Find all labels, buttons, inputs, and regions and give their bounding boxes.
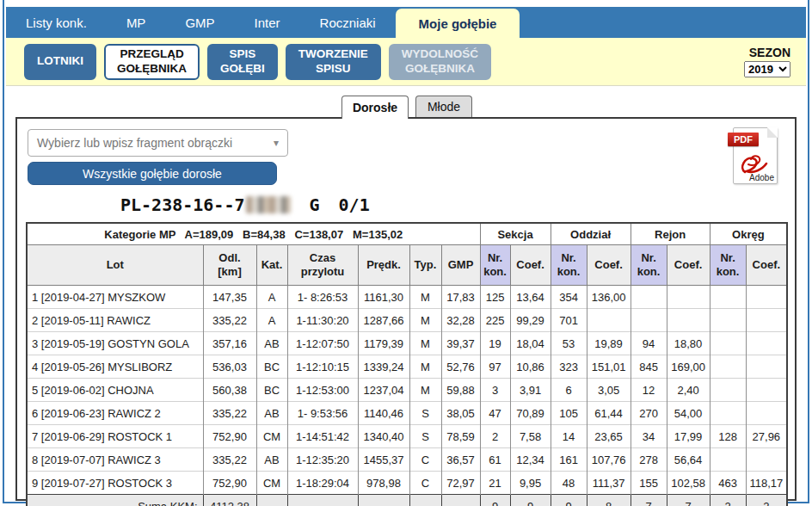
tab-mlode[interactable]: Młode: [415, 96, 472, 117]
value-cell: 59,88: [441, 379, 480, 402]
value-cell: 1-12:10:15: [287, 355, 358, 379]
value-cell: 1-14:51:42: [287, 425, 358, 448]
table-row: 9 [2019-07-27] ROSTOCK 3752,90CM1-18:29:…: [27, 472, 787, 495]
wydolnosc-golebnika-button[interactable]: WYDOLNOŚĆ GOŁĘBNIKA: [389, 44, 491, 80]
nav-item-listy-konk[interactable]: Listy konk.: [6, 7, 107, 38]
col-okreg-coef: Coef.: [746, 245, 787, 286]
pigeon-sex: G: [310, 194, 320, 215]
spis-golebi-button[interactable]: SPIS GOŁĘBI: [207, 44, 278, 80]
przeglad-golebnika-button[interactable]: PRZEGLĄD GOŁĘBNIKA: [104, 44, 200, 80]
value-cell: 354: [551, 286, 587, 309]
season-label: SEZON: [744, 46, 790, 59]
value-cell: CM: [256, 472, 287, 495]
value-cell: [587, 309, 631, 332]
col-lot: Lot: [27, 245, 203, 286]
value-cell: 3: [480, 379, 510, 402]
value-cell: 335,22: [203, 309, 256, 332]
summary-value-cell: 7: [631, 495, 667, 506]
value-cell: 278: [631, 448, 667, 472]
value-cell: 38,05: [441, 402, 480, 425]
value-cell: 1161,30: [358, 286, 409, 309]
col-czas: Czas przylotu: [287, 245, 358, 286]
value-cell: 78,59: [441, 425, 480, 448]
value-cell: 7,58: [510, 425, 551, 448]
ring-number-redacted: [246, 196, 291, 213]
value-cell: M: [409, 332, 441, 355]
race-name-cell: 4 [2019-05-26] MYSLIBORZ: [27, 355, 203, 379]
col-predk: Prędk.: [358, 245, 409, 286]
col-sekcja-coef: Coef.: [510, 245, 551, 286]
value-cell: 978,98: [358, 472, 409, 495]
value-cell: 463: [710, 472, 746, 495]
value-cell: 47: [480, 402, 510, 425]
col-odl: Odl. [km]: [203, 245, 256, 286]
mp-categories-header: Kategorie MP A=189,09 B=84,38 C=138,07 M…: [27, 223, 480, 245]
table-row: 8 [2019-07-07] RAWICZ 3335,22AB1-12:35:2…: [27, 448, 787, 472]
value-cell: 1287,66: [358, 309, 409, 332]
col-gmp: GMP: [441, 245, 480, 286]
pdf-export-button[interactable]: PDF Adobe: [728, 124, 778, 184]
value-cell: 6: [551, 379, 587, 402]
value-cell: 2: [480, 425, 510, 448]
value-cell: 147,35: [203, 286, 256, 309]
value-cell: 128: [710, 425, 746, 448]
season-select[interactable]: 2019: [744, 61, 790, 77]
race-name-cell: 3 [2019-05-19] GOSTYN GOLA: [27, 332, 203, 355]
summary-value-cell: 4112,38: [203, 495, 256, 506]
value-cell: [746, 402, 787, 425]
value-cell: 323: [551, 355, 587, 379]
value-cell: 53: [551, 332, 587, 355]
toolbar: LOTNIKI PRZEGLĄD GOŁĘBNIKA SPIS GOŁĘBI T…: [6, 38, 806, 86]
group-okreg: Okręg: [710, 223, 787, 245]
nav-item-gmp[interactable]: GMP: [165, 7, 234, 38]
nav-item-mp[interactable]: MP: [107, 7, 166, 38]
lotniki-button[interactable]: LOTNIKI: [24, 44, 96, 80]
summary-value-cell: 9: [551, 495, 587, 506]
value-cell: 3,05: [587, 379, 631, 402]
value-cell: S: [409, 402, 441, 425]
category-header-row: Kategorie MP A=189,09 B=84,38 C=138,07 M…: [27, 223, 787, 245]
nav-item-moje-golebie[interactable]: Moje gołębie: [396, 9, 520, 38]
table-row: 4 [2019-05-26] MYSLIBORZ536,03BC1-12:10:…: [27, 355, 787, 379]
value-cell: [667, 309, 710, 332]
value-cell: 2,40: [667, 379, 710, 402]
value-cell: 54,00: [667, 402, 710, 425]
value-cell: [710, 355, 746, 379]
value-cell: [631, 309, 667, 332]
value-cell: 270: [631, 402, 667, 425]
tworzenie-spisu-button[interactable]: TWORZENIE SPISU: [286, 44, 381, 80]
value-cell: 94: [631, 332, 667, 355]
table-row: 3 [2019-05-19] GOSTYN GOLA357,16AB1-12:0…: [27, 332, 787, 355]
ring-select-combobox[interactable]: Wybierz lub wpisz fragment obrączki ▾: [28, 129, 288, 157]
pdf-label: PDF: [728, 133, 759, 146]
summary-value-cell: [256, 495, 287, 506]
nav-item-inter[interactable]: Inter: [235, 7, 300, 38]
value-cell: 125: [480, 286, 510, 309]
value-cell: A: [256, 286, 287, 309]
nav-item-roczniaki[interactable]: Roczniaki: [300, 7, 396, 38]
value-cell: C: [409, 448, 441, 472]
value-cell: 32,28: [441, 309, 480, 332]
value-cell: 70,89: [510, 402, 551, 425]
value-cell: 13,64: [510, 286, 551, 309]
col-okreg-nr: Nr. kon.: [710, 245, 746, 286]
summary-row: Suma KKM:4112,3899987722: [27, 495, 787, 506]
value-cell: 752,90: [203, 425, 256, 448]
value-cell: 61,44: [587, 402, 631, 425]
group-oddzial: Oddział: [551, 223, 631, 245]
table-row: 5 [2019-06-02] CHOJNA560,38BC1-12:53:001…: [27, 379, 787, 402]
tab-dorosle[interactable]: Dorosłe: [341, 96, 409, 119]
value-cell: 19,89: [587, 332, 631, 355]
value-cell: 18,04: [510, 332, 551, 355]
all-adult-pigeons-button[interactable]: Wszystkie gołębie dorosłe: [28, 162, 277, 185]
ring-number-title: PL-238-16--7G0/1: [120, 194, 370, 215]
value-cell: 335,22: [203, 402, 256, 425]
table-row: 1 [2019-04-27] MYSZKOW147,35A1- 8:26:531…: [27, 286, 787, 309]
value-cell: [746, 309, 787, 332]
value-cell: 161: [551, 448, 587, 472]
col-rejon-nr: Nr. kon.: [631, 245, 667, 286]
value-cell: 1339,24: [358, 355, 409, 379]
col-typ: Typ.: [409, 245, 441, 286]
value-cell: M: [409, 286, 441, 309]
col-kat: Kat.: [256, 245, 287, 286]
